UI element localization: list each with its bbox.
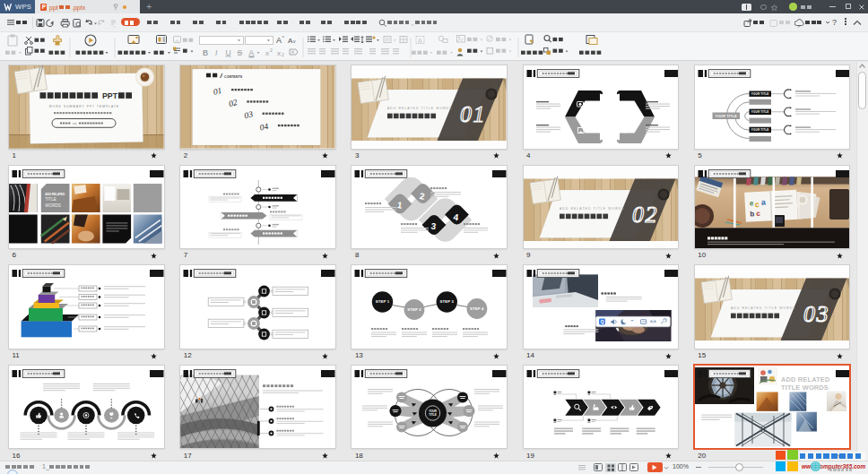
svg-text:c: c — [754, 200, 760, 209]
svg-text:TITLE WORDS: TITLE WORDS — [781, 384, 829, 392]
svg-text:ADD RELATED TITLE WORDS: ADD RELATED TITLE WORDS — [560, 207, 625, 211]
svg-text:ADD RELATED: ADD RELATED — [45, 193, 65, 196]
svg-text:STEP 4: STEP 4 — [471, 306, 485, 311]
svg-text:ADD RELATED TITLE WORDS: ADD RELATED TITLE WORDS — [731, 307, 796, 311]
svg-text:YOUR TITLE: YOUR TITLE — [751, 110, 769, 114]
svg-text:v: v — [293, 39, 296, 44]
svg-text:x: x — [277, 49, 281, 57]
svg-text:xxx: xxx — [73, 122, 77, 125]
svg-text:STEP 3: STEP 3 — [440, 300, 455, 305]
svg-text:2: 2 — [282, 52, 284, 57]
svg-text:A: A — [276, 36, 282, 45]
svg-text:A: A — [418, 38, 422, 44]
svg-text:YOUR TITLE: YOUR TITLE — [751, 128, 769, 132]
svg-text:STEP 1: STEP 1 — [376, 300, 390, 305]
svg-text:PPT: PPT — [102, 91, 118, 100]
svg-text:b: b — [750, 210, 754, 218]
svg-text:YOUR TITLE: YOUR TITLE — [715, 115, 737, 118]
svg-text:01: 01 — [460, 101, 486, 127]
svg-text:02: 02 — [632, 202, 658, 228]
svg-text:03: 03 — [803, 301, 829, 327]
svg-text:STEP 2: STEP 2 — [408, 307, 422, 312]
svg-text:A: A — [249, 48, 255, 57]
svg-text:ADD RELATED TITLE WORDS: ADD RELATED TITLE WORDS — [387, 107, 453, 110]
svg-text:YOUR TITLE: YOUR TITLE — [751, 92, 769, 96]
svg-text:”: ” — [630, 319, 633, 324]
svg-text:2: 2 — [270, 47, 273, 53]
svg-text:ADD RELATED: ADD RELATED — [781, 375, 830, 384]
svg-text:B: B — [203, 48, 208, 57]
svg-text:WORDS: WORDS — [45, 203, 61, 208]
svg-text:WORK SUMMARY PPT TEMPLATE: WORK SUMMARY PPT TEMPLATE — [49, 105, 119, 108]
svg-text:U: U — [226, 48, 231, 57]
svg-text:I: I — [215, 48, 218, 57]
svg-text:S: S — [238, 48, 243, 57]
svg-text:TITLE: TITLE — [430, 412, 437, 416]
svg-text:x: x — [265, 49, 269, 57]
svg-text:TITLE: TITLE — [45, 197, 56, 202]
svg-text:CONTENTS: CONTENTS — [224, 75, 243, 79]
svg-text:^: ^ — [282, 35, 285, 40]
svg-text:Q: Q — [600, 319, 603, 324]
